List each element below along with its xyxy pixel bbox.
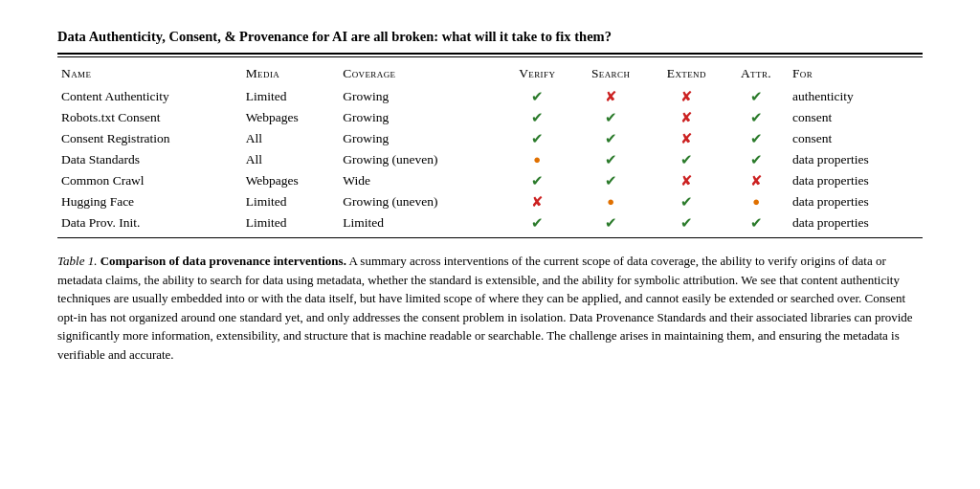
table-cell: Data Prov. Init. [57, 212, 242, 233]
check-icon: ✔ [750, 215, 763, 231]
col-name: Name [57, 63, 242, 86]
table-cell: ✔ [725, 149, 789, 170]
caption-text: A summary across interventions of the cu… [57, 254, 913, 362]
table-cell: ✘ [502, 191, 574, 212]
check-icon: ✔ [750, 131, 763, 146]
table-cell: All [242, 128, 340, 149]
table-cell: Robots.txt Consent [57, 107, 242, 128]
circle-icon: ● [752, 194, 760, 209]
cross-icon: ✘ [680, 89, 693, 104]
cross-icon: ✘ [750, 173, 763, 189]
table-row: Consent RegistrationAllGrowing✔✔✘✔consen… [57, 128, 923, 149]
table-row: Common CrawlWebpagesWide✔✔✘✘data propert… [57, 170, 923, 191]
table-cell: ✔ [502, 212, 574, 233]
bottom-divider [57, 237, 923, 238]
cross-icon: ✘ [680, 173, 693, 189]
table-cell: ✘ [725, 170, 789, 191]
table-row: Hugging FaceLimitedGrowing (uneven)✘●✔●d… [57, 191, 923, 212]
table-cell: Growing [339, 128, 501, 149]
circle-icon: ● [607, 194, 614, 209]
table-cell: Consent Registration [57, 128, 242, 149]
comparison-table: Name Media Coverage Verify Search Extend… [57, 63, 923, 233]
check-icon: ✔ [605, 131, 617, 146]
table-cell: ✘ [649, 128, 725, 149]
table-cell: ✘ [649, 86, 725, 107]
table-cell: Growing (uneven) [339, 191, 501, 212]
check-icon: ✔ [531, 131, 544, 146]
table-cell: ✘ [649, 170, 725, 191]
table-cell: ✔ [574, 128, 650, 149]
table-cell: Limited [242, 191, 340, 212]
table-cell: ✔ [574, 107, 650, 128]
table-cell: ● [574, 191, 650, 212]
table-cell: ✔ [725, 128, 789, 149]
table-cell: data properties [789, 149, 923, 170]
table-row: Data StandardsAllGrowing (uneven)●✔✔✔dat… [57, 149, 923, 170]
check-icon: ✔ [605, 110, 617, 125]
check-icon: ✔ [680, 152, 693, 167]
table-header: Name Media Coverage Verify Search Extend… [57, 63, 923, 86]
table-cell: ✔ [574, 170, 650, 191]
check-icon: ✔ [750, 89, 763, 104]
col-attr: Attr. [725, 63, 789, 86]
table-cell: ✘ [649, 107, 725, 128]
caption-label: Table 1. [57, 254, 97, 268]
table-cell: data properties [789, 212, 923, 233]
table-cell: ✔ [725, 212, 789, 233]
col-search: Search [574, 63, 650, 86]
check-icon: ✔ [750, 152, 763, 167]
table-cell: ✔ [725, 86, 789, 107]
mid-divider [57, 56, 923, 57]
table-body: Content AuthenticityLimitedGrowing✔✘✘✔au… [57, 86, 923, 233]
cross-icon: ✘ [605, 89, 617, 104]
col-media: Media [242, 63, 340, 86]
table-cell: ✘ [574, 86, 650, 107]
table-cell: ✔ [649, 191, 725, 212]
check-icon: ✔ [680, 194, 693, 210]
check-icon: ✔ [605, 152, 617, 167]
check-icon: ✔ [531, 173, 544, 189]
table-cell: Limited [242, 212, 340, 233]
table-row: Content AuthenticityLimitedGrowing✔✘✘✔au… [57, 86, 923, 107]
header-row: Name Media Coverage Verify Search Extend… [57, 63, 923, 86]
table-cell: ✔ [574, 212, 650, 233]
table-cell: Limited [339, 212, 501, 233]
table-cell: Data Standards [57, 149, 242, 170]
table-cell: consent [789, 128, 923, 149]
table-cell: data properties [789, 191, 923, 212]
table-cell: authenticity [789, 86, 923, 107]
circle-icon: ● [533, 152, 541, 167]
col-for: For [789, 63, 923, 86]
table-row: Data Prov. Init.LimitedLimited✔✔✔✔data p… [57, 212, 923, 233]
cross-icon: ✘ [531, 194, 544, 210]
table-cell: ● [725, 191, 789, 212]
top-divider [57, 53, 923, 55]
table-cell: ● [502, 149, 574, 170]
table-cell: All [242, 149, 340, 170]
cross-icon: ✘ [680, 131, 693, 146]
table-cell: ✔ [502, 107, 574, 128]
col-verify: Verify [502, 63, 574, 86]
table-cell: Webpages [242, 107, 340, 128]
table-cell: Content Authenticity [57, 86, 242, 107]
page-title: Data Authenticity, Consent, & Provenance… [57, 29, 923, 45]
table-cell: Webpages [242, 170, 340, 191]
table-cell: ✔ [725, 107, 789, 128]
check-icon: ✔ [750, 110, 763, 125]
check-icon: ✔ [531, 215, 544, 231]
table-cell: data properties [789, 170, 923, 191]
check-icon: ✔ [605, 173, 617, 189]
col-extend: Extend [649, 63, 725, 86]
check-icon: ✔ [680, 215, 693, 231]
check-icon: ✔ [531, 110, 544, 125]
check-icon: ✔ [605, 215, 617, 231]
check-icon: ✔ [531, 89, 544, 104]
table-row: Robots.txt ConsentWebpagesGrowing✔✔✘✔con… [57, 107, 923, 128]
table-cell: Wide [339, 170, 501, 191]
table-cell: Growing (uneven) [339, 149, 501, 170]
table-cell: Growing [339, 86, 501, 107]
table-cell: ✔ [502, 86, 574, 107]
cross-icon: ✘ [680, 110, 693, 125]
table-cell: ✔ [649, 212, 725, 233]
table-cell: Common Crawl [57, 170, 242, 191]
